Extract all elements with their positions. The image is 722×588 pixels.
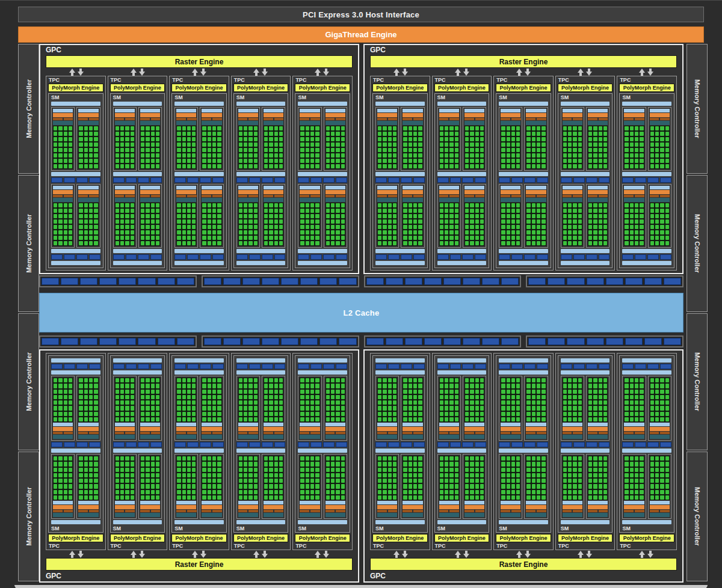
rop-block xyxy=(482,278,499,285)
cuda-core xyxy=(532,417,535,421)
texture-unit-row xyxy=(375,177,425,183)
cuda-core xyxy=(568,406,572,410)
rop-block xyxy=(262,278,279,285)
cuda-core xyxy=(455,395,458,399)
cuda-core xyxy=(336,484,339,488)
cuda-core xyxy=(655,142,659,147)
texture-unit xyxy=(298,177,309,183)
cuda-core xyxy=(192,219,196,224)
cuda-core xyxy=(84,395,88,399)
cuda-core xyxy=(445,406,448,410)
cuda-core xyxy=(269,159,273,163)
register-file-bar xyxy=(176,513,196,517)
cuda-core xyxy=(603,384,607,388)
core-block-pair xyxy=(298,184,347,248)
cuda-core xyxy=(331,384,335,388)
cuda-core xyxy=(470,490,474,494)
cuda-core xyxy=(393,142,396,147)
cuda-core xyxy=(393,473,396,477)
cuda-core xyxy=(599,225,602,229)
cuda-core xyxy=(269,225,273,229)
cuda-core xyxy=(445,384,448,388)
cuda-core xyxy=(625,490,628,494)
arrow-pair xyxy=(291,550,353,558)
cuda-core xyxy=(655,473,659,477)
cuda-core xyxy=(326,203,330,207)
cuda-core xyxy=(470,495,474,500)
cuda-core xyxy=(182,490,186,494)
dispatch-unit-row xyxy=(238,510,258,512)
core-block-pair xyxy=(174,376,224,441)
cuda-core xyxy=(449,468,453,472)
sm-stack xyxy=(375,102,425,265)
cuda-core xyxy=(310,159,314,163)
cuda-core xyxy=(388,142,392,147)
cuda-core xyxy=(248,230,252,234)
sm-box: SM xyxy=(558,355,613,533)
cuda-core xyxy=(64,225,67,229)
shared-cache-bar xyxy=(375,261,425,265)
cuda-core xyxy=(542,225,545,229)
cuda-core xyxy=(475,462,479,466)
cuda-core xyxy=(341,412,345,416)
cuda-core xyxy=(593,142,597,147)
cuda-core xyxy=(54,412,57,416)
cuda-core xyxy=(274,468,278,472)
dispatch-unit xyxy=(439,118,449,120)
dispatch-unit xyxy=(212,118,222,120)
cuda-core xyxy=(125,395,129,399)
cuda-core xyxy=(655,390,659,394)
cuda-core xyxy=(413,153,417,158)
tpc-label: TPC xyxy=(46,76,105,84)
shared-cache-bar xyxy=(561,370,610,375)
cuda-core xyxy=(625,142,628,147)
cuda-core xyxy=(537,126,540,130)
cuda-core xyxy=(310,241,314,245)
cuda-core xyxy=(465,395,469,399)
cuda-core xyxy=(542,132,545,136)
sm-stack xyxy=(622,102,671,265)
cuda-core xyxy=(131,153,134,158)
dispatch-unit xyxy=(635,195,644,197)
cuda-core xyxy=(54,390,57,394)
cuda-core xyxy=(58,142,62,147)
polymorph-engine-bar: PolyMorph Engine xyxy=(295,84,350,92)
cuda-core xyxy=(120,219,124,224)
cuda-core xyxy=(507,484,510,488)
cuda-core xyxy=(202,203,206,207)
cuda-core xyxy=(593,132,597,136)
cuda-core xyxy=(480,153,484,158)
arrow-up-icon xyxy=(69,551,76,558)
cuda-core xyxy=(131,236,134,240)
cuda-core xyxy=(660,219,664,224)
cuda-core xyxy=(279,230,283,234)
cuda-core xyxy=(300,462,304,466)
cuda-core xyxy=(79,241,82,245)
cuda-core xyxy=(480,473,484,477)
cuda-core xyxy=(445,412,448,416)
cuda-core xyxy=(418,214,422,218)
cuda-core xyxy=(116,490,119,494)
cuda-core xyxy=(403,395,407,399)
cuda-core xyxy=(341,417,345,421)
cuda-core xyxy=(403,203,407,207)
register-file-bar xyxy=(377,121,397,125)
tpc-label: TPC xyxy=(46,542,105,550)
cuda-core xyxy=(501,495,505,500)
cuda-core xyxy=(94,219,97,224)
cuda-core xyxy=(537,132,540,136)
shared-cache-bar xyxy=(561,172,610,176)
cuda-core xyxy=(310,462,314,466)
cuda-core xyxy=(409,473,412,477)
cuda-core xyxy=(635,417,638,421)
cuda-core xyxy=(84,153,88,158)
register-file-bar xyxy=(115,198,135,202)
cuda-core xyxy=(217,142,221,147)
cuda-core xyxy=(599,132,602,136)
instruction-buffer-bar xyxy=(403,186,422,189)
cuda-core xyxy=(655,417,659,421)
cuda-core xyxy=(326,479,330,483)
cuda-core xyxy=(409,479,412,483)
cuda-core xyxy=(393,219,396,224)
warp-scheduler-bar xyxy=(176,190,196,194)
